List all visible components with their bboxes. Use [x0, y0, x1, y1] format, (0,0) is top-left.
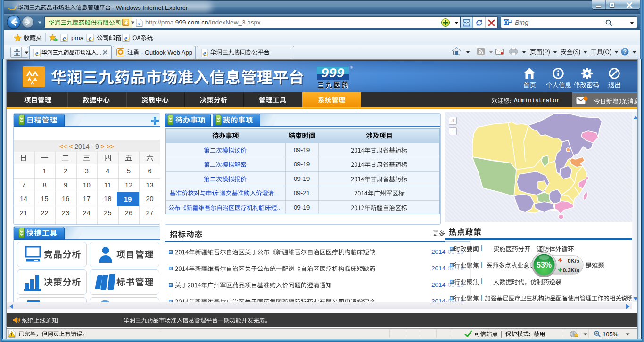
svg-text:e: e	[124, 34, 128, 42]
svg-text:53%: 53%	[537, 261, 552, 269]
svg-text:e: e	[138, 20, 140, 26]
svg-text:e: e	[89, 34, 92, 42]
svg-text:0K/s: 0K/s	[568, 258, 580, 264]
svg-text:e: e	[63, 34, 66, 42]
svg-text:?: ?	[623, 49, 627, 55]
svg-text:e: e	[35, 49, 39, 57]
svg-text:e: e	[203, 49, 206, 57]
svg-text:0.3K/s: 0.3K/s	[563, 267, 580, 274]
